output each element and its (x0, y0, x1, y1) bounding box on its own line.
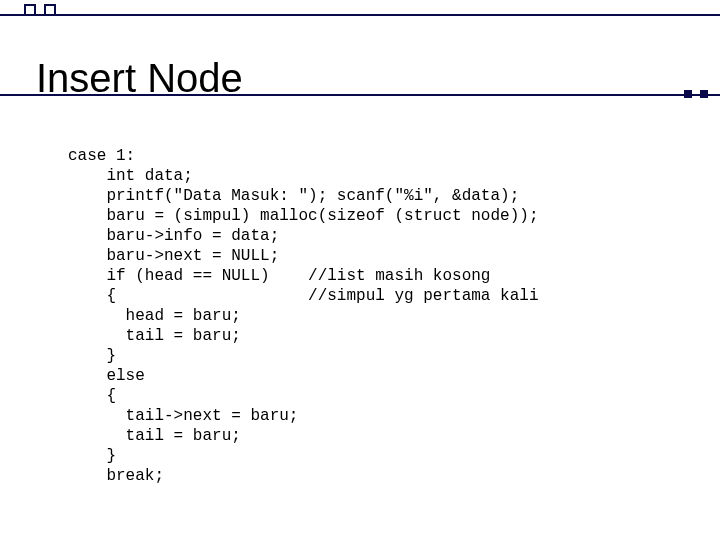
slide: Insert Node case 1: int data; printf("Da… (0, 0, 720, 540)
code-block: case 1: int data; printf("Data Masuk: ")… (68, 146, 538, 486)
title-underline (0, 94, 720, 96)
slide-title: Insert Node (36, 57, 243, 99)
top-rule (0, 14, 720, 16)
bullet-square-top-right (44, 4, 56, 16)
bullet-square-top-left (24, 4, 36, 16)
bullet-filled-right-2 (700, 90, 708, 98)
bullet-filled-right-1 (684, 90, 692, 98)
